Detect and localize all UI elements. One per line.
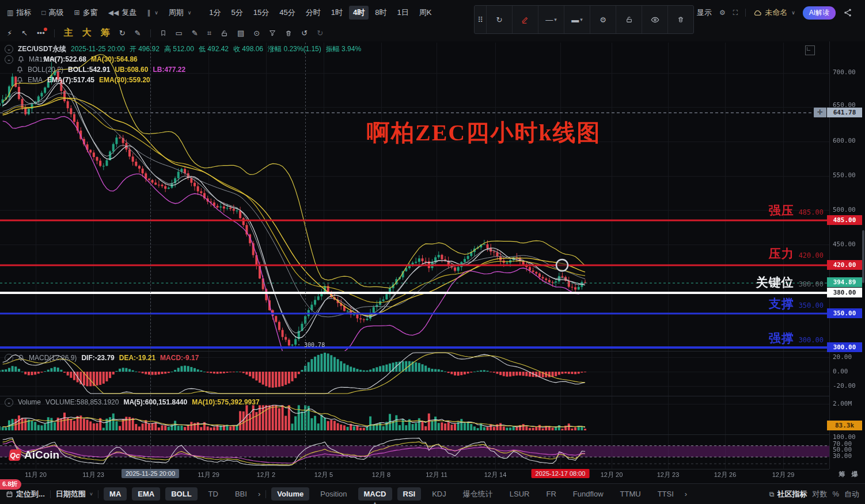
indicators-button[interactable]: ▥指标 bbox=[7, 7, 31, 18]
large-chart-button[interactable]: 大 bbox=[82, 27, 92, 39]
scale-option-对数[interactable]: 对数 bbox=[812, 489, 827, 499]
line-weight-select[interactable]: ▬▾ bbox=[564, 6, 590, 33]
chips-button[interactable]: 筹 bbox=[101, 27, 110, 39]
axis-badge-volume: 83.3k bbox=[827, 421, 862, 430]
promo-badge[interactable]: 6.8折 bbox=[0, 479, 21, 490]
kline-chart-canvas[interactable] bbox=[0, 41, 865, 504]
drag-handle[interactable]: ⠿ bbox=[475, 6, 487, 33]
indicator-toggle-KDJ[interactable]: KDJ bbox=[426, 487, 452, 501]
corner-tab-筹[interactable]: 筹 bbox=[839, 470, 845, 479]
line-style-select[interactable]: —▾ bbox=[538, 6, 564, 33]
timeframe-button-1日[interactable]: 1日 bbox=[393, 6, 412, 20]
timeframe-button-1分[interactable]: 1分 bbox=[205, 6, 225, 20]
user-annotation-text[interactable]: 啊柏ZEC四小时k线图 bbox=[367, 117, 601, 148]
shape-tool-icon[interactable]: ↻ bbox=[487, 6, 513, 33]
date-range-button[interactable]: 日期范围˅ bbox=[56, 489, 93, 499]
indicator-toggle-RSI[interactable]: RSI bbox=[397, 487, 422, 501]
overlay-toggle-BBI[interactable]: BBI bbox=[229, 487, 253, 501]
link-icon[interactable]: ⊙ bbox=[253, 29, 260, 37]
overlay-toggle-BOLL[interactable]: BOLL bbox=[165, 487, 197, 501]
date-badge-selected[interactable]: 2025-11-25 20:00 bbox=[122, 469, 179, 478]
level-price: 380.00 bbox=[799, 280, 824, 288]
collapse-chevron-icon[interactable]: ⌄ bbox=[5, 354, 13, 362]
level-label-压力[interactable]: 压力420.00 bbox=[769, 246, 824, 262]
advanced-button[interactable]: □高级 bbox=[41, 7, 63, 18]
toolbar-divider bbox=[54, 29, 55, 37]
period-select[interactable]: 周期∨ bbox=[169, 7, 192, 18]
marker-pen-icon[interactable] bbox=[513, 6, 538, 33]
visibility-icon[interactable] bbox=[642, 6, 668, 33]
replay-button[interactable]: ◀◀复盘 bbox=[108, 7, 136, 18]
scale-option-%[interactable]: % bbox=[832, 490, 839, 498]
main-chart-button[interactable]: 主 bbox=[64, 27, 73, 39]
indicator-toggle-爆仓统计[interactable]: 爆仓统计 bbox=[457, 487, 499, 502]
timeframe-button-8时[interactable]: 8时 bbox=[371, 6, 390, 20]
level-label-关键位[interactable]: 关键位380.00 bbox=[756, 274, 824, 291]
indicator-toggle-FR[interactable]: FR bbox=[540, 487, 562, 501]
lock-open-icon[interactable] bbox=[616, 6, 642, 33]
overlay-toggle-TD[interactable]: TD bbox=[203, 487, 224, 501]
overlay-toggle-EMA[interactable]: EMA bbox=[132, 487, 160, 501]
indicator-toggle-LSUR[interactable]: LSUR bbox=[504, 487, 536, 501]
timeframe-button-45分[interactable]: 45分 bbox=[275, 6, 299, 20]
collapse-chevron-icon[interactable]: ⌄ bbox=[5, 55, 13, 64]
scale-option-自动[interactable]: 自动 bbox=[844, 489, 859, 499]
indicator-toggle-MACD[interactable]: MACD▲ bbox=[358, 487, 392, 501]
indicator-toggle-Volume[interactable]: Volume bbox=[271, 487, 309, 501]
indicator-toggle-TTMU[interactable]: TTMU bbox=[614, 487, 647, 501]
workspace-label: 未命名 bbox=[765, 7, 787, 18]
timeframe-button-1时[interactable]: 1时 bbox=[327, 6, 347, 20]
brush-icon[interactable]: ✎ bbox=[135, 29, 141, 37]
overlay-toggle-MA[interactable]: MA bbox=[104, 487, 127, 501]
level-price: 300.00 bbox=[799, 336, 824, 344]
undo-icon[interactable]: ↺ bbox=[301, 29, 308, 37]
timeframe-button-5分[interactable]: 5分 bbox=[227, 6, 247, 20]
locate-button[interactable]: 定位到... bbox=[6, 489, 45, 499]
indicator-value: EMA(7):517.45 bbox=[47, 76, 94, 84]
refresh-icon[interactable]: ↻ bbox=[119, 29, 126, 37]
k-speed-icon[interactable]: ⚡ bbox=[7, 29, 12, 37]
note-icon[interactable]: ▤ bbox=[237, 29, 244, 37]
pencil-icon[interactable]: ✎ bbox=[192, 29, 198, 37]
timeframe-button-周K[interactable]: 周K bbox=[415, 6, 436, 20]
more-overlays-chevron[interactable]: › bbox=[258, 490, 260, 498]
bookmark-icon[interactable] bbox=[160, 29, 166, 37]
corner-tab-爆[interactable]: 爆 bbox=[852, 470, 858, 479]
trash-icon[interactable] bbox=[285, 29, 292, 37]
settings-gear-icon[interactable]: ⚙ bbox=[719, 9, 726, 16]
pane-maximize-icon[interactable] bbox=[805, 45, 815, 55]
timeframe-button-分时[interactable]: 分时 bbox=[302, 6, 325, 20]
level-label-强压[interactable]: 强压485.00 bbox=[769, 203, 824, 219]
measure-icon[interactable]: ⌗ bbox=[207, 29, 211, 38]
redo-icon[interactable]: ↻ bbox=[317, 29, 323, 37]
community-indicators-button[interactable]: ⧉社区指标 bbox=[769, 489, 807, 499]
ai-analyze-button[interactable]: AI解读 bbox=[803, 6, 836, 20]
fullscreen-icon[interactable]: ⛶ bbox=[733, 9, 738, 16]
crosshair-icon[interactable]: ↖ bbox=[21, 29, 28, 37]
share-icon[interactable] bbox=[843, 8, 852, 17]
workspace-select[interactable]: 未命名∨ bbox=[753, 7, 795, 18]
more-indicators-chevron[interactable]: › bbox=[685, 490, 687, 498]
delete-icon[interactable] bbox=[668, 6, 693, 33]
filter-icon[interactable] bbox=[269, 29, 276, 37]
lock-icon[interactable] bbox=[221, 29, 228, 37]
timeframe-button-15分[interactable]: 15分 bbox=[249, 6, 273, 20]
date-badge-alert[interactable]: 2025-12-17 08:00 bbox=[532, 469, 590, 478]
level-label-强撑[interactable]: 强撑300.00 bbox=[769, 330, 824, 346]
timeframe-button-4时[interactable]: 4时 bbox=[349, 6, 369, 20]
ruler-icon[interactable]: ▭ bbox=[176, 29, 183, 37]
axis-badge-level: 420.00 bbox=[827, 260, 862, 270]
collapse-chevron-icon[interactable]: ⌄ bbox=[5, 45, 13, 54]
chart-style-select[interactable]: ∥∨ bbox=[147, 9, 158, 16]
scrollbar-thumb[interactable] bbox=[862, 230, 864, 283]
settings-icon[interactable]: ⚙ bbox=[590, 6, 616, 33]
indicator-toggle-Fundflow[interactable]: Fundflow bbox=[567, 487, 609, 501]
more-dots-icon[interactable]: ••• bbox=[37, 29, 45, 37]
collapse-chevron-icon[interactable]: ⌄ bbox=[5, 398, 13, 407]
indicator-toggle-Position[interactable]: Position bbox=[314, 487, 352, 501]
drawing-line-handle-icon[interactable]: ✛ bbox=[814, 108, 826, 117]
level-label-支撑[interactable]: 支撑350.00 bbox=[769, 296, 824, 312]
symbol-name[interactable]: ZEC/USDT永续 bbox=[18, 44, 66, 54]
multi-window-button[interactable]: ⊞多窗 bbox=[74, 7, 98, 18]
indicator-toggle-TTSI[interactable]: TTSI bbox=[652, 487, 680, 501]
